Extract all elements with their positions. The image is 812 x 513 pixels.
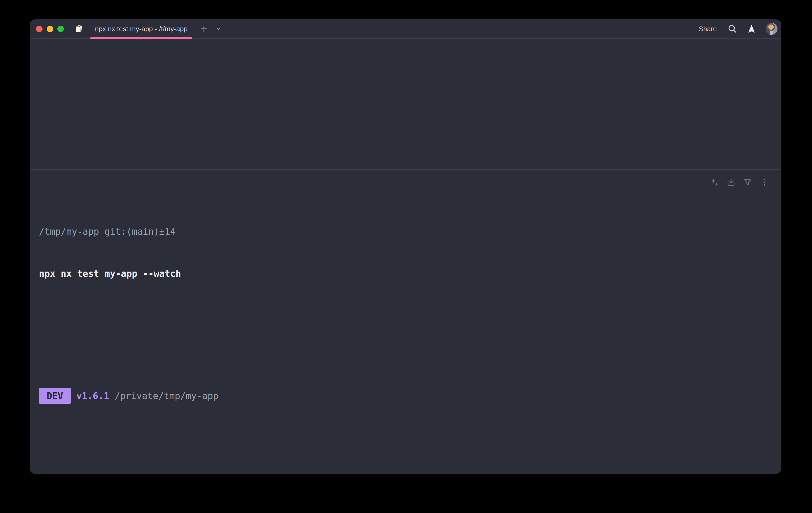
maximize-window-button[interactable] [57,26,64,32]
vitest-dev-line: DEV v1.6.1 /private/tmp/my-app [39,388,776,402]
user-avatar[interactable] [765,23,778,35]
active-tab-indicator [90,37,192,39]
minimize-window-button[interactable] [47,26,53,32]
terminal-output[interactable]: /tmp/my-app git:(main)±14 npx nx test my… [39,183,776,474]
share-button[interactable]: Share [699,25,717,33]
pages-icon [73,23,84,34]
command-output: DEV v1.6.1 /private/tmp/my-app ✓ src/app… [39,346,776,474]
terminal-window: npx nx test my-app - /t/my-app Share [30,20,781,474]
chevron-down-icon [215,25,222,32]
scrollback-area[interactable] [30,39,781,169]
traffic-lights [36,26,64,32]
vitest-cwd: /private/tmp/my-app [109,391,219,401]
close-window-button[interactable] [36,26,42,32]
warp-ai-button[interactable] [746,24,757,34]
blank-line [39,444,776,458]
block-separator [30,169,781,170]
new-tab-button[interactable] [200,24,208,33]
plus-icon [200,24,208,33]
titlebar: npx nx test my-app - /t/my-app Share [30,20,781,39]
tab-stack-button[interactable] [73,23,84,34]
warp-logo-icon [746,24,757,34]
dev-badge: DEV [39,388,71,404]
tab-title: npx nx test my-app - /t/my-app [95,25,187,33]
vitest-version: v1.6.1 [71,391,109,401]
magnifier-icon [727,24,737,34]
prompt-line: /tmp/my-app git:(main)±14 [39,224,776,239]
command-line: npx nx test my-app --watch [39,267,776,281]
tab-dropdown-button[interactable] [215,25,222,32]
tab-npx-nx-test[interactable]: npx nx test my-app - /t/my-app [90,20,193,38]
search-button[interactable] [727,24,737,34]
